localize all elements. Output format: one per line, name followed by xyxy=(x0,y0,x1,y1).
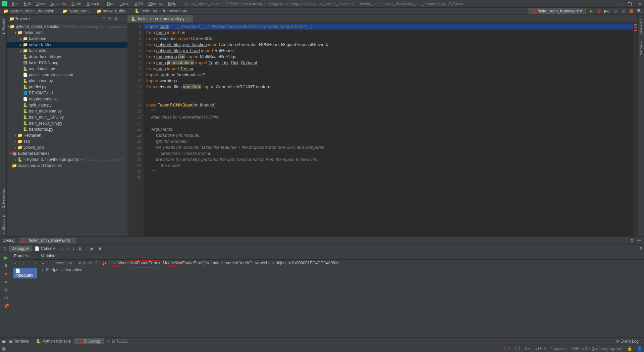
tree-item[interactable]: ▸📁ssd xyxy=(7,138,127,144)
status-errors[interactable]: ⚠ 4 xyxy=(503,346,510,351)
tree-item[interactable]: 🐍spilt_data.py xyxy=(7,102,127,108)
menu-view[interactable]: View xyxy=(34,1,47,7)
code-editor[interactable]: 1234567891011121314151617181920212223242… xyxy=(127,23,637,236)
tree-item[interactable]: 🐍train_multi_GPU.py xyxy=(7,114,127,120)
btab-eventlog[interactable]: ⊙ Event Log xyxy=(612,338,642,344)
stop-icon[interactable] xyxy=(629,8,634,14)
tree-item[interactable]: 🐍train_res50_fpn.py xyxy=(7,120,127,126)
menu-refactor[interactable]: Refactor xyxy=(85,1,104,7)
search-icon[interactable]: 🔍 xyxy=(637,8,642,14)
evaluate-icon[interactable]: 🖩 xyxy=(98,246,102,251)
tab-close-icon[interactable]: × xyxy=(187,16,190,21)
frame-down-icon[interactable]: ↓ xyxy=(22,261,24,266)
tab-debugger[interactable]: Debugger xyxy=(9,246,32,252)
project-tree[interactable]: ▾📁pytorch_object_detectionE:\测试\deep-lea… xyxy=(7,23,127,236)
close-icon[interactable]: ✕ xyxy=(638,1,642,6)
breadcrumb[interactable]: 🐍 faster_rcnn_framework.py xyxy=(133,8,190,15)
sidetab-sciview[interactable]: SciView xyxy=(638,40,644,57)
stop-debug-icon[interactable]: ■ xyxy=(5,271,7,276)
collapse-icon[interactable]: ⇱ xyxy=(108,16,112,21)
layout-icon[interactable]: ⊞ xyxy=(639,246,643,251)
pause-icon[interactable]: ⏸ xyxy=(4,263,8,268)
menu-navigate[interactable]: Navigate xyxy=(48,1,68,7)
var-exception[interactable]: ▸ ≡ __exception__ = {tuple: 3} (<class '… xyxy=(39,260,644,266)
tab-file[interactable]: 🐍 faster_rcnn_framework.py × xyxy=(127,15,193,23)
menu-window[interactable]: Window xyxy=(146,1,165,7)
sidetab-database[interactable]: Database xyxy=(638,17,644,37)
view-breakpoints-icon[interactable]: ● xyxy=(5,279,7,284)
resume-icon[interactable]: ▶ xyxy=(4,255,8,260)
run-icon[interactable]: ▶ xyxy=(588,8,594,14)
hide-icon[interactable]: — xyxy=(121,16,125,21)
tree-item[interactable]: ▸📁yolov3_spp xyxy=(7,144,127,150)
frame-item[interactable]: 📄 <module> xyxy=(13,268,37,278)
tree-item[interactable]: ▸📁network_files xyxy=(7,42,127,48)
minimize-panel-icon[interactable]: — xyxy=(637,238,641,243)
sidetab-project[interactable]: 1: Project xyxy=(1,17,6,36)
tree-item[interactable]: 📂Scratches and Consoles xyxy=(7,163,127,169)
step-into-icon[interactable]: ↓ xyxy=(66,246,68,251)
tree-item[interactable]: 🐍my_dataset.py xyxy=(7,66,127,72)
tree-item[interactable]: ▾📁pytorch_object_detectionE:\测试\deep-lea… xyxy=(7,24,127,30)
gear-icon[interactable]: ⚙ xyxy=(630,238,634,243)
code-lines[interactable]: import torch __exception__: (, ModuleNot… xyxy=(144,23,637,236)
run-to-cursor-icon[interactable]: ▶| xyxy=(91,246,95,251)
breadcrumb[interactable]: 📁 network_files xyxy=(95,8,133,15)
status-inspection-icon[interactable]: 👤 xyxy=(637,346,642,351)
status-position[interactable]: 1:1 xyxy=(515,346,521,351)
tree-item[interactable]: 📘README.md xyxy=(7,90,127,96)
menu-edit[interactable]: Edit xyxy=(22,1,33,7)
frame-up-icon[interactable]: ↑ xyxy=(18,261,20,266)
btab-python-console[interactable]: 🐍 Python Console xyxy=(33,338,74,344)
frame-dropdown-icon[interactable]: ▾ xyxy=(14,261,16,266)
menu-code[interactable]: Code xyxy=(69,1,83,7)
error-stripe[interactable] xyxy=(633,23,637,236)
breadcrumb[interactable]: 📁 faster_rcnn xyxy=(61,8,95,15)
tree-item[interactable]: ▾📚External Libraries xyxy=(7,150,127,157)
profile-icon[interactable]: ⊙ xyxy=(612,8,618,14)
btab-todo[interactable]: ✓ 6: TODO xyxy=(104,338,131,344)
status-menu-icon[interactable]: ▣ xyxy=(2,346,6,351)
maximize-icon[interactable]: ▢ xyxy=(628,1,632,6)
tree-item[interactable]: 🐍plot_curve.py xyxy=(7,78,127,84)
menu-help[interactable]: Help xyxy=(166,1,178,7)
tree-item[interactable]: 📄pascal_voc_classes.json xyxy=(7,72,127,78)
pin-icon[interactable]: 📌 xyxy=(3,303,9,309)
tree-item[interactable]: 🐍predict.py xyxy=(7,84,127,90)
tree-item[interactable]: 🐍transforms.py xyxy=(7,126,127,132)
status-indent[interactable]: 4 spaces xyxy=(550,346,567,351)
sidetab-structure[interactable]: 7: Structure xyxy=(1,213,6,236)
attach-icon[interactable]: ⇲ xyxy=(621,8,626,14)
menu-run[interactable]: Run xyxy=(105,1,116,7)
var-special[interactable]: ▸ ⊞ Special Variables xyxy=(39,266,644,273)
minimize-icon[interactable]: — xyxy=(617,1,622,6)
tree-item[interactable]: ▸🐍< Python 3.7 (python program) >D:\anac… xyxy=(7,157,127,163)
debug-config[interactable]: 🐞 faster_rcnn_framework × xyxy=(19,237,77,244)
tree-item[interactable]: ▸📁train_utils xyxy=(7,48,127,54)
rerun-icon[interactable]: ↻ xyxy=(3,246,7,251)
tree-item[interactable]: 📄requirements.txt xyxy=(7,96,127,102)
run-config-selector[interactable]: 🐞 faster_rcnn_framework ▾ xyxy=(528,8,586,14)
tree-item[interactable]: 🐍draw_box_utils.py xyxy=(7,54,127,60)
step-over-icon[interactable]: ⤵ xyxy=(61,246,63,251)
status-interpreter[interactable]: Python 3.7 (python program) xyxy=(571,346,623,351)
debug-icon[interactable]: 🐞 xyxy=(596,8,602,14)
btab-debug[interactable]: 🐞 5: Debug xyxy=(74,338,104,344)
tree-item[interactable]: 🖼fasterRCNN.png xyxy=(7,60,127,66)
menu-vcs[interactable]: VCS xyxy=(132,1,145,7)
tree-item[interactable]: ▸📁RetinaNet xyxy=(7,132,127,138)
status-readonly-icon[interactable]: 🔓 xyxy=(627,346,632,351)
step-out-icon[interactable]: ↑ xyxy=(85,246,87,251)
settings2-icon[interactable]: ⚙ xyxy=(4,295,8,301)
step-into-my-icon[interactable]: ⇣ xyxy=(72,246,75,251)
status-line-sep[interactable]: LF xyxy=(525,346,530,351)
sidetab-favorites[interactable]: 2: Favorites xyxy=(1,187,6,210)
tree-item[interactable]: 🐍train_mobilenet.py xyxy=(7,108,127,114)
tree-item[interactable]: ▸📁backbone xyxy=(7,36,127,42)
force-step-icon[interactable]: ⇊ xyxy=(78,246,82,251)
settings-icon[interactable]: ⚙ xyxy=(114,16,118,21)
show-panel-icon[interactable]: ▣ xyxy=(2,339,6,344)
tab-console[interactable]: 📄 Console xyxy=(32,246,58,252)
btab-terminal[interactable]: ▣ Terminal xyxy=(6,338,33,344)
breadcrumb[interactable]: 📁 pytorch_object_detection xyxy=(2,8,61,15)
